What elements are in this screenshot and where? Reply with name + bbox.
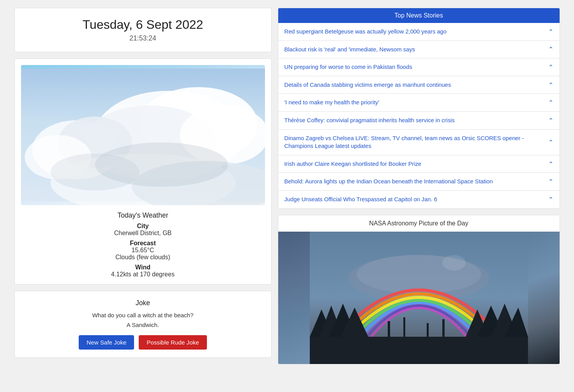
chevron-up-icon: ⌃ xyxy=(548,139,553,146)
news-item[interactable]: Details of Canada stabbing victims emerg… xyxy=(278,76,560,94)
chevron-up-icon: ⌃ xyxy=(548,46,553,53)
news-item[interactable]: UN preparing for worse to come in Pakist… xyxy=(278,58,560,76)
news-item[interactable]: Judge Unseats Official Who Trespassed at… xyxy=(278,191,560,208)
news-item-text: Dinamo Zagreb vs Chelsea LIVE: Stream, T… xyxy=(284,134,545,150)
chevron-up-icon: ⌃ xyxy=(548,99,553,106)
news-item[interactable]: Red supergiant Betelgeuse was actually y… xyxy=(278,23,560,41)
wind-value: 4.12kts at 170 degrees xyxy=(21,271,265,278)
nasa-card: NASA Astronomy Picture of the Day xyxy=(278,215,560,364)
main-container: Tuesday, 6 Sept 2022 21:53:24 xyxy=(14,8,560,384)
news-item-text: 'I need to make my health the priority' xyxy=(284,98,545,107)
chevron-up-icon: ⌃ xyxy=(548,28,553,35)
weather-description: Clouds (few clouds) xyxy=(21,254,265,261)
news-item[interactable]: 'I need to make my health the priority' … xyxy=(278,94,560,112)
time-display: 21:53:24 xyxy=(23,34,263,42)
news-item-text: Red supergiant Betelgeuse was actually y… xyxy=(284,28,545,36)
news-item-text: Irish author Claire Keegan shortlisted f… xyxy=(284,160,545,168)
chevron-up-icon: ⌃ xyxy=(548,63,553,71)
joke-buttons: New Safe Joke Possible Rude Joke xyxy=(23,335,263,350)
joke-answer: A Sandwich. xyxy=(23,322,263,328)
joke-card: Joke What do you call a witch at the bea… xyxy=(14,291,272,358)
temp-value: 15.65°C xyxy=(21,247,265,254)
svg-rect-27 xyxy=(442,319,445,337)
news-card: Top News Stories Red supergiant Betelgeu… xyxy=(278,8,560,209)
chevron-up-icon: ⌃ xyxy=(548,117,553,124)
svg-rect-26 xyxy=(427,323,429,337)
news-item[interactable]: Blackout risk is 'real' and 'immediate, … xyxy=(278,41,560,59)
joke-question: What do you call a witch at the beach? xyxy=(23,312,263,318)
forecast-label: Forecast xyxy=(21,240,265,247)
nasa-image xyxy=(278,232,560,364)
news-item-text: Details of Canada stabbing victims emerg… xyxy=(284,81,545,89)
news-header: Top News Stories xyxy=(278,8,560,23)
news-item-text: Blackout risk is 'real' and 'immediate, … xyxy=(284,46,545,54)
news-item-text: Behold: Aurora lights up the Indian Ocea… xyxy=(284,178,545,186)
news-item-text: Judge Unseats Official Who Trespassed at… xyxy=(284,195,545,204)
news-item[interactable]: Irish author Claire Keegan shortlisted f… xyxy=(278,155,560,173)
news-item-text: Thérèse Coffey: convivial pragmatist inh… xyxy=(284,116,545,125)
news-item[interactable]: Dinamo Zagreb vs Chelsea LIVE: Stream, T… xyxy=(278,130,560,155)
city-value: Cherwell District, GB xyxy=(21,230,265,237)
weather-card: Today's Weather City Cherwell District, … xyxy=(14,58,272,285)
news-item[interactable]: Behold: Aurora lights up the Indian Ocea… xyxy=(278,173,560,191)
svg-point-11 xyxy=(50,153,139,190)
chevron-up-icon: ⌃ xyxy=(548,160,553,168)
right-column: Top News Stories Red supergiant Betelgeu… xyxy=(278,8,560,384)
possible-rude-joke-button[interactable]: Possible Rude Joke xyxy=(139,335,207,350)
chevron-up-icon: ⌃ xyxy=(548,196,553,203)
new-safe-joke-button[interactable]: New Safe Joke xyxy=(79,335,134,350)
svg-point-28 xyxy=(442,255,466,271)
news-item[interactable]: Thérèse Coffey: convivial pragmatist inh… xyxy=(278,112,560,130)
svg-rect-25 xyxy=(403,317,405,337)
weather-info: Today's Weather City Cherwell District, … xyxy=(21,211,265,278)
date-time-card: Tuesday, 6 Sept 2022 21:53:24 xyxy=(14,8,272,52)
joke-title: Joke xyxy=(23,299,263,307)
weather-title: Today's Weather xyxy=(21,211,265,220)
city-label: City xyxy=(21,223,265,230)
chevron-up-icon: ⌃ xyxy=(548,81,553,89)
chevron-up-icon: ⌃ xyxy=(548,178,553,185)
news-list: Red supergiant Betelgeuse was actually y… xyxy=(278,23,560,208)
left-column: Tuesday, 6 Sept 2022 21:53:24 xyxy=(14,8,272,384)
nasa-header: NASA Astronomy Picture of the Day xyxy=(278,215,560,232)
weather-image xyxy=(21,65,265,205)
wind-label: Wind xyxy=(21,264,265,271)
news-item-text: UN preparing for worse to come in Pakist… xyxy=(284,63,545,71)
svg-rect-24 xyxy=(388,321,390,337)
svg-rect-15 xyxy=(310,337,528,364)
date-display: Tuesday, 6 Sept 2022 xyxy=(23,18,263,32)
